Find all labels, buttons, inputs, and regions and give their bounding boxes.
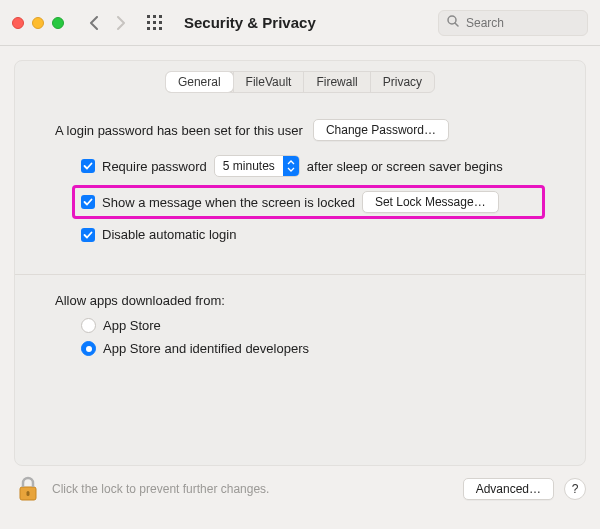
disable-auto-login-checkbox[interactable] [81,228,95,242]
footer: Click the lock to prevent further change… [0,466,600,512]
allow-apps-heading: Allow apps downloaded from: [55,293,545,308]
svg-rect-6 [147,27,150,30]
svg-rect-12 [27,491,30,496]
window-title: Security & Privacy [184,14,316,31]
help-button[interactable]: ? [564,478,586,500]
require-password-label-pre: Require password [102,159,207,174]
login-password-row: A login password has been set for this u… [55,119,545,141]
svg-rect-4 [153,21,156,24]
require-password-label-post: after sleep or screen saver begins [307,159,503,174]
radio-appstore-label: App Store [103,318,161,333]
change-password-button[interactable]: Change Password… [313,119,449,141]
svg-rect-0 [147,15,150,18]
titlebar: Security & Privacy [0,0,600,46]
svg-rect-5 [159,21,162,24]
select-arrows-icon [283,155,299,177]
svg-rect-1 [153,15,156,18]
svg-rect-7 [153,27,156,30]
require-password-delay-value: 5 minutes [215,159,283,173]
lock-hint-text: Click the lock to prevent further change… [52,482,269,496]
disable-auto-login-row: Disable automatic login [81,227,545,242]
lock-icon[interactable] [14,475,42,503]
disable-auto-login-label: Disable automatic login [102,227,236,242]
search-input[interactable] [464,15,579,31]
show-lock-message-row: Show a message when the screen is locked… [72,185,545,219]
tab-general[interactable]: General [166,72,233,92]
set-lock-message-button[interactable]: Set Lock Message… [362,191,499,213]
separator [15,274,585,275]
forward-button[interactable] [110,12,132,34]
back-button[interactable] [82,12,104,34]
search-icon [447,15,459,30]
show-lock-message-label: Show a message when the screen is locked [102,195,355,210]
tab-privacy[interactable]: Privacy [371,72,434,92]
minimize-icon[interactable] [32,17,44,29]
nav-buttons [82,12,132,34]
allow-apps-appstore-row[interactable]: App Store [81,318,545,333]
tab-filevault[interactable]: FileVault [234,72,304,92]
require-password-delay-select[interactable]: 5 minutes [214,155,300,177]
svg-line-10 [455,23,458,26]
svg-rect-8 [159,27,162,30]
search-field[interactable] [438,10,588,36]
tab-bar: General FileVault Firewall Privacy [15,71,585,93]
allow-apps-identified-row[interactable]: App Store and identified developers [81,341,545,356]
tab-firewall[interactable]: Firewall [304,72,369,92]
radio-appstore[interactable] [81,318,96,333]
window-controls [12,17,64,29]
advanced-button[interactable]: Advanced… [463,478,554,500]
show-all-icon[interactable] [144,12,166,34]
require-password-checkbox[interactable] [81,159,95,173]
radio-identified[interactable] [81,341,96,356]
login-password-text: A login password has been set for this u… [55,123,303,138]
close-icon[interactable] [12,17,24,29]
svg-rect-2 [159,15,162,18]
radio-identified-label: App Store and identified developers [103,341,309,356]
show-lock-message-checkbox[interactable] [81,195,95,209]
svg-rect-3 [147,21,150,24]
allow-apps-section: Allow apps downloaded from: App Store Ap… [15,293,585,356]
prefs-panel: General FileVault Firewall Privacy A log… [14,60,586,466]
require-password-row: Require password 5 minutes after sleep o… [81,155,545,177]
zoom-icon[interactable] [52,17,64,29]
